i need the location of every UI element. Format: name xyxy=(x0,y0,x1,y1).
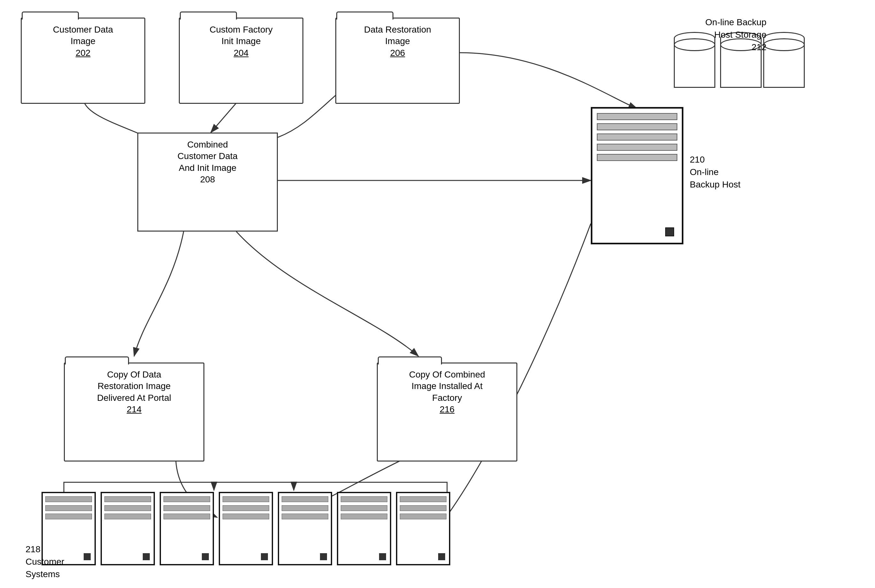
label-data-restoration-image: Data Restoration Image 206 xyxy=(337,24,458,59)
label-combined-customer-data: Combined Customer Data And Init Image 20… xyxy=(139,139,276,186)
label-customer-systems: 218 Customer Systems xyxy=(25,543,64,580)
customer-system-server-7 xyxy=(396,492,450,566)
label-customer-data-image: Customer Data Image 202 xyxy=(22,24,144,59)
customer-system-server-2 xyxy=(100,492,155,566)
label-copy-combined-factory: Copy Of Combined Image Installed At Fact… xyxy=(378,369,516,416)
label-custom-factory-init: Custom Factory Init Image 204 xyxy=(180,24,302,59)
customer-system-server-5 xyxy=(278,492,332,566)
diagram-container: Customer Data Image 202 Custom Factory I… xyxy=(0,0,875,588)
label-online-backup-storage: On-line Backup Host Storage 212 xyxy=(661,16,766,54)
label-copy-restoration-portal: Copy Of Data Restoration Image Delivered… xyxy=(66,369,203,416)
customer-system-server-4 xyxy=(219,492,273,566)
customer-system-server-3 xyxy=(160,492,214,566)
customer-system-server-6 xyxy=(337,492,391,566)
label-online-backup-host: 210 On-line Backup Host xyxy=(690,153,740,191)
server-online-backup-host xyxy=(591,107,683,244)
cylinder-storage-3 xyxy=(763,32,805,89)
